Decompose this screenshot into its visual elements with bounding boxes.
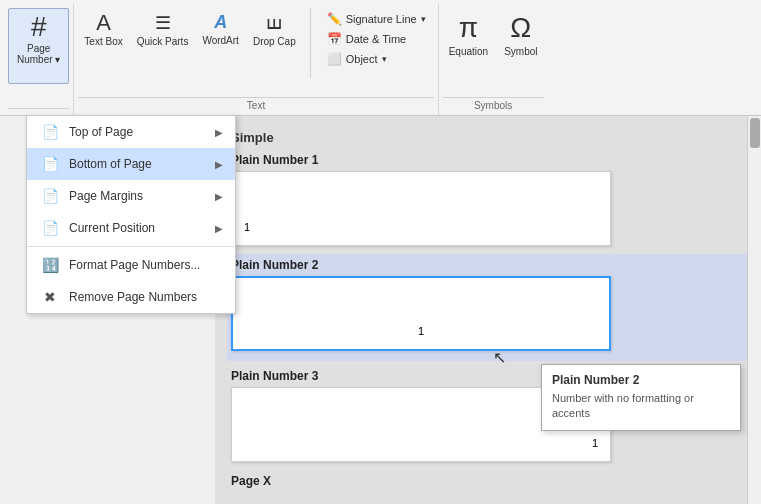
text-group: A Text Box ☰ Quick Parts A WordArt ꟺ Dro… [74,4,438,115]
symbol-icon: Ω [510,12,531,44]
plain-number-1-label: Plain Number 1 [231,153,745,167]
current-position-arrow: ▶ [215,223,223,234]
word-art-icon: A [214,12,227,33]
page-margins-label: Page Margins [69,189,143,203]
plain-number-2-preview[interactable]: 1 [231,276,611,351]
top-of-page-label: Top of Page [69,125,133,139]
top-of-page-icon: 📄 [39,121,61,143]
symbol-label: Symbol [504,46,537,57]
section-title-simple: Simple [231,130,745,145]
drop-cap-label: Drop Cap [253,36,296,47]
scroll-thumb[interactable] [750,118,760,148]
plain-number-2-label: Plain Number 2 [231,258,745,272]
page-x-group: Page X [231,474,745,488]
quick-parts-icon: ☰ [155,12,171,34]
quick-parts-label: Quick Parts [137,36,189,47]
page-number-dropdown: 📄 Top of Page ▶ 📄 Bottom of Page ▶ 📄 Pag… [26,115,236,314]
menu-item-bottom-of-page[interactable]: 📄 Bottom of Page ▶ [27,148,235,180]
remove-page-numbers-icon: ✖ [39,286,61,308]
menu-item-format-page-numbers[interactable]: 🔢 Format Page Numbers... [27,249,235,281]
format-page-numbers-icon: 🔢 [39,254,61,276]
word-art-label: WordArt [202,35,239,46]
symbols-group-label: Symbols [443,97,544,115]
signature-arrow: ▾ [421,14,426,24]
menu-item-current-position[interactable]: 📄 Current Position ▶ [27,212,235,244]
drop-cap-icon: ꟺ [266,12,282,34]
remove-page-numbers-label: Remove Page Numbers [69,290,197,304]
page-margins-arrow: ▶ [215,191,223,202]
text-box-button[interactable]: A Text Box [78,8,128,65]
word-art-button[interactable]: A WordArt [196,8,245,64]
date-time-button[interactable]: 📅 Date & Time [323,30,430,48]
page-number-icon: # [31,13,47,41]
date-time-icon: 📅 [327,32,342,46]
page-number-button[interactable]: # PageNumber ▾ [8,8,69,84]
plain-number-1-group: Plain Number 1 1 [231,153,745,246]
top-of-page-arrow: ▶ [215,127,223,138]
menu-item-top-of-page[interactable]: 📄 Top of Page ▶ [27,116,235,148]
page-margins-icon: 📄 [39,185,61,207]
page-x-label: Page X [231,474,745,488]
equation-icon: π [459,12,478,44]
page-number-group: # PageNumber ▾ [4,4,74,115]
plain-number-2-group: Plain Number 2 1 [227,254,749,361]
object-icon: ⬜ [327,52,342,66]
drop-cap-button[interactable]: ꟺ Drop Cap [247,8,302,65]
current-position-label: Current Position [69,221,155,235]
object-arrow: ▾ [382,54,387,64]
equation-label: Equation [449,46,488,57]
symbols-group: π Equation Ω Symbol Symbols [439,4,548,115]
signature-line-label: Signature Line [346,13,417,25]
plain-number-1-value: 1 [244,221,250,233]
plain-number-1-preview[interactable]: 1 [231,171,611,246]
format-page-numbers-label: Format Page Numbers... [69,258,200,272]
plain-number-2-value: 1 [418,325,424,337]
toolbar: # PageNumber ▾ A Text Box ☰ Quick Parts … [0,0,761,116]
menu-item-page-margins[interactable]: 📄 Page Margins ▶ [27,180,235,212]
symbol-button[interactable]: Ω Symbol [498,8,543,75]
tooltip: Plain Number 2 Number with no formatting… [541,364,741,431]
signature-line-button[interactable]: ✏️ Signature Line ▾ [323,10,430,28]
page-number-label: PageNumber ▾ [17,43,60,65]
insert-group-label [8,108,69,115]
current-position-icon: 📄 [39,217,61,239]
date-time-label: Date & Time [346,33,407,45]
object-button[interactable]: ⬜ Object ▾ [323,50,430,68]
object-label: Object [346,53,378,65]
menu-divider [27,246,235,247]
equation-button[interactable]: π Equation [443,8,494,75]
tooltip-description: Number with no formatting or accents [552,391,730,422]
quick-parts-button[interactable]: ☰ Quick Parts [131,8,195,65]
text-box-label: Text Box [84,36,122,47]
text-group-label: Text [78,97,433,115]
bottom-of-page-arrow: ▶ [215,159,223,170]
menu-item-remove-page-numbers[interactable]: ✖ Remove Page Numbers [27,281,235,313]
bottom-of-page-icon: 📄 [39,153,61,175]
separator [310,8,311,78]
signature-line-icon: ✏️ [327,12,342,26]
tooltip-title: Plain Number 2 [552,373,730,387]
scrollbar[interactable] [747,116,761,504]
bottom-of-page-label: Bottom of Page [69,157,152,171]
preview-panel[interactable]: Simple Plain Number 1 1 Plain Number 2 1… [215,116,761,504]
text-box-icon: A [96,12,111,34]
plain-number-3-value: 1 [592,437,598,449]
